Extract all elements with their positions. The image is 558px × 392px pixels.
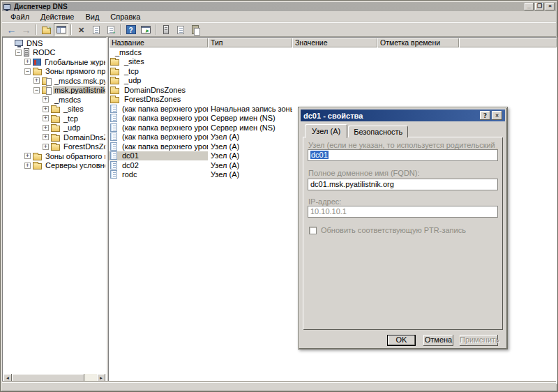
column-header-4[interactable]: Отметка времени: [377, 38, 459, 47]
row-name-cell: dc01: [109, 151, 208, 161]
list-icon-button[interactable]: [173, 23, 188, 36]
list-row-_tcp[interactable]: _tcp: [109, 66, 557, 76]
scrollbar-thumb[interactable]: [12, 374, 84, 382]
title-bar: Диспетчер DNS _ ❐ ×: [2, 2, 556, 11]
scrollbar-track[interactable]: [12, 374, 97, 382]
tree-item--[interactable]: +Зоны обратного просмотра: [3, 151, 105, 161]
tree-item-label: _tcp: [62, 114, 80, 123]
record-icon: [110, 142, 117, 151]
cancel-button[interactable]: Отмена: [423, 335, 453, 346]
list-row-_udp[interactable]: _udp: [109, 76, 557, 86]
record-icon: [110, 123, 117, 132]
server-icon-button[interactable]: [158, 23, 173, 36]
restore-button[interactable]: ❐: [535, 3, 544, 10]
row-name-cell: _tcp: [109, 66, 208, 76]
help-icon-button[interactable]: ?: [123, 23, 138, 36]
list-row-forestdnszones[interactable]: ForestDnsZones: [109, 95, 557, 105]
delete-icon-button[interactable]: ✕: [74, 23, 89, 36]
export-arrow-glyph: →: [110, 28, 116, 35]
folder-icon: [33, 163, 42, 169]
tree-item--[interactable]: +Серверы условной пересылки: [3, 161, 105, 171]
row-name: rodc: [122, 170, 137, 179]
up-one-level-icon-button[interactable]: ↑: [39, 23, 54, 36]
menu-item-вид[interactable]: Вид: [80, 12, 105, 22]
tab-безопасность[interactable]: Безопасность: [348, 126, 408, 137]
new-window-icon-button[interactable]: [138, 23, 153, 36]
back-icon-button[interactable]: ←: [4, 23, 19, 36]
tree-item-rodc[interactable]: −RODC: [3, 48, 105, 58]
tree-item-_msdcs-msk-pyatilistnik[interactable]: +_msdcs.msk.pyatilistnik: [3, 76, 105, 86]
tree-expander[interactable]: +: [24, 153, 31, 159]
menu-item-файл[interactable]: Файл: [5, 12, 35, 22]
menu-item-справка[interactable]: Справка: [105, 12, 146, 22]
ok-button[interactable]: OK: [387, 335, 416, 346]
field-input-3[interactable]: 10.10.10.1: [308, 206, 498, 218]
tab-узел-a-[interactable]: Узел (A): [305, 124, 347, 138]
export-list-icon-button[interactable]: →: [103, 23, 118, 36]
minimize-button[interactable]: _: [525, 3, 534, 10]
tree-expander[interactable]: +: [43, 96, 49, 103]
tree-item-label: _msdcs.msk.pyatilistnik: [53, 77, 105, 85]
list-row-domaindnszones[interactable]: DomainDnsZones: [109, 85, 557, 95]
folder-icon: [110, 69, 119, 75]
dialog-help-button[interactable]: ?: [480, 111, 490, 120]
tree-item-label: _msdcs: [53, 96, 82, 104]
field-input-2[interactable]: dc01.msk.pyatilistnik.org: [308, 179, 498, 190]
tree-item-_msdcs[interactable]: +_msdcs: [3, 95, 105, 105]
tree-item-label: msk.pyatilistnik.org: [53, 86, 105, 94]
tree-item--[interactable]: +Глобальные журналы: [3, 57, 105, 67]
dns-tree: DNS−RODC+Глобальные журналы−Зоны прямого…: [3, 38, 105, 374]
show-console-tree-icon-button[interactable]: [54, 23, 68, 36]
tree-item-_tcp[interactable]: +_tcp: [3, 114, 105, 123]
tree-expander[interactable]: +: [33, 77, 40, 84]
dialog-close-button[interactable]: ×: [492, 111, 502, 120]
tree-horizontal-scrollbar[interactable]: ◄ ►: [3, 374, 105, 382]
tree-expander[interactable]: +: [43, 115, 49, 121]
scroll-right-arrow[interactable]: ►: [97, 374, 105, 382]
tree-item-label: DomainDnsZones: [62, 133, 105, 142]
tree-item-domaindnszones[interactable]: +DomainDnsZones: [3, 133, 105, 142]
row-name: ForestDnsZones: [124, 95, 181, 103]
tree-expander[interactable]: +: [43, 125, 49, 131]
folder-icon: [51, 135, 60, 142]
tree-expander[interactable]: −: [24, 68, 31, 75]
list-row-_sites[interactable]: _sites: [109, 57, 557, 67]
tree-expander[interactable]: +: [43, 106, 49, 112]
tree-item-_sites[interactable]: +_sites: [3, 105, 105, 114]
tree-item-msk-pyatilistnik-org[interactable]: −msk.pyatilistnik.org: [3, 86, 105, 96]
show-console-tree-icon: [56, 26, 66, 33]
up-arrow-glyph: ↑: [48, 24, 52, 32]
tree-expander[interactable]: +: [24, 163, 31, 169]
app-icon: [3, 4, 10, 10]
tree-expander[interactable]: −: [15, 50, 22, 56]
column-header-3[interactable]: Значение: [292, 38, 377, 47]
tree-item-forestdnszones[interactable]: +ForestDnsZones: [3, 142, 105, 152]
tree-expander[interactable]: +: [43, 134, 49, 140]
column-header-2[interactable]: Тип: [208, 38, 292, 47]
tree-expander[interactable]: +: [43, 144, 49, 150]
list-row-_msdcs[interactable]: _msdcs: [109, 47, 557, 57]
paste-icon-button[interactable]: [188, 23, 202, 36]
tree-item--[interactable]: −Зоны прямого просмотра: [3, 67, 105, 77]
row-name-cell: rodc: [109, 170, 208, 180]
menu-item-действие[interactable]: Действие: [35, 12, 80, 22]
properties-icon-button[interactable]: [89, 23, 103, 36]
tree-item-_udp[interactable]: +_udp: [3, 123, 105, 133]
forward-icon-button[interactable]: →: [19, 23, 33, 36]
tree-item-dns[interactable]: DNS: [3, 38, 105, 48]
tree-expander[interactable]: −: [33, 87, 40, 93]
field-input-1[interactable]: dc01: [308, 149, 498, 161]
close-button[interactable]: ×: [545, 3, 555, 10]
row-type-cell: Узел (A): [208, 133, 292, 141]
tree-item-label: Зоны прямого просмотра: [44, 67, 105, 75]
row-name: (как папка верхнего уровня): [122, 123, 208, 132]
column-header-1[interactable]: Название: [109, 38, 208, 47]
scroll-left-arrow[interactable]: ◄: [3, 374, 12, 382]
apply-button[interactable]: Применить: [460, 335, 498, 346]
paste-icon: [192, 25, 199, 34]
tree-expander[interactable]: +: [24, 59, 31, 65]
folder-icon: [110, 88, 119, 94]
record-icon: [110, 105, 117, 113]
help-icon: ?: [126, 25, 136, 34]
update-ptr-checkbox[interactable]: [309, 227, 317, 234]
